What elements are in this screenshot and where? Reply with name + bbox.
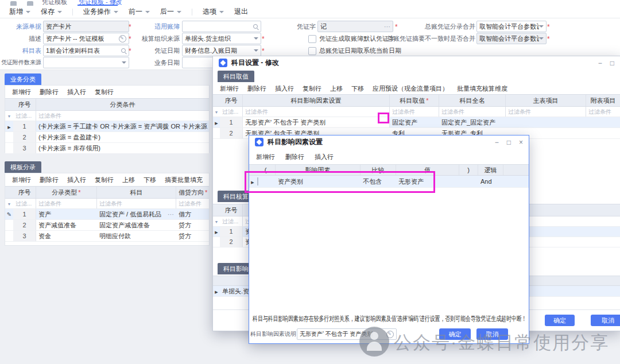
summary-batch-fill-button[interactable]: 摘要批量填充 xyxy=(165,176,203,184)
table-row[interactable]: 1 无形资产' 不包含于 资产类别 固定资产 固定资产_固定资产 xyxy=(213,117,620,128)
default-voucherword-checkbox[interactable] xyxy=(308,35,316,43)
next-button[interactable]: 后一 xyxy=(160,7,181,17)
tab-template-entries[interactable]: 模板分录 xyxy=(5,161,41,173)
col-seq[interactable]: 序号 xyxy=(13,187,36,198)
col-main-item[interactable]: 主表项目 xyxy=(506,95,586,106)
cancel-button[interactable]: 取消 xyxy=(591,315,620,326)
voucher-date-label: 凭证日期 xyxy=(140,45,180,56)
maximize-icon[interactable]: □ xyxy=(610,59,614,67)
exit-button[interactable]: 退出 xyxy=(234,7,248,17)
tab-close-icon[interactable]: × xyxy=(113,0,116,5)
locale-icon[interactable] xyxy=(386,331,394,338)
table-row[interactable]: 3 (卡片来源 = 库存领用) xyxy=(5,143,209,154)
col-condition[interactable]: 分类条件 xyxy=(36,99,209,110)
applicable-book-field[interactable] xyxy=(182,21,261,32)
minimize-icon[interactable]: − xyxy=(495,138,499,146)
delete-row-button[interactable]: 删除行 xyxy=(247,84,266,93)
rparen-cell[interactable] xyxy=(459,176,478,187)
new-button[interactable]: 新增 xyxy=(9,7,30,17)
col-factor-setting[interactable]: 科目影响因素设置 xyxy=(243,95,390,106)
chevron-down-icon xyxy=(254,37,258,40)
factor-description-field[interactable]: 无形资产' 不包含于 资产类别 xyxy=(297,328,397,340)
filter-icon[interactable] xyxy=(213,216,220,226)
description-field[interactable]: 资产卡片 -- 凭证模板 xyxy=(43,33,129,44)
search-icon[interactable] xyxy=(121,48,126,53)
table-row[interactable]: 2 资产减值准备 固定资产减值准备 贷方 xyxy=(5,220,209,231)
add-row-button[interactable]: 新增行 xyxy=(220,84,239,93)
required-mark: * xyxy=(547,21,550,33)
add-row-button[interactable]: 新增行 xyxy=(12,88,31,96)
add-row-button[interactable]: 新增行 xyxy=(256,153,275,161)
factor-description-label: 科目影响因素说明 xyxy=(250,328,296,340)
insert-row-button[interactable]: 插入行 xyxy=(67,88,86,96)
filter-icon[interactable] xyxy=(5,111,13,121)
col-debit-credit[interactable]: 借贷方向* xyxy=(176,187,209,198)
col-logic[interactable]: 逻辑 xyxy=(478,165,503,175)
maximize-icon[interactable]: □ xyxy=(507,138,511,146)
summary-merge-select[interactable]: 取智能会计平台参数设置 xyxy=(476,33,547,44)
col-subject[interactable]: 科目 xyxy=(97,187,176,198)
source-bill-field[interactable]: 资产卡片 xyxy=(43,21,129,32)
copy-row-button[interactable]: 复制行 xyxy=(95,176,114,184)
voucher-word-field[interactable]: 记 xyxy=(317,21,393,32)
move-down-button[interactable]: 下移 xyxy=(144,176,156,184)
col-seq[interactable]: 序号 xyxy=(220,95,243,106)
table-row[interactable]: 1 资产 固定资产 / 低值易耗品 借方 xyxy=(5,209,209,220)
delete-row-button[interactable]: 删除行 xyxy=(40,176,59,184)
delete-row-button[interactable]: 删除行 xyxy=(285,153,304,161)
ok-button[interactable]: 确定 xyxy=(545,315,575,326)
search-icon[interactable] xyxy=(253,24,258,29)
system-date-checkbox[interactable] xyxy=(308,47,316,55)
org-source-select[interactable]: 单据头.货主组织 xyxy=(182,33,261,44)
voucher-date-select[interactable]: 财务信息.入账日期 xyxy=(182,45,261,56)
table-row[interactable]: 1 (卡片来源 = 手工建卡 OR 卡片来源 = 资产调拨 OR 卡片来源 = … xyxy=(5,121,209,132)
tab-business-classification[interactable]: 业务分类 xyxy=(5,73,41,85)
table-row[interactable]: 2 (卡片来源 = 盘盈建卡) xyxy=(5,132,209,143)
subject-table-field[interactable]: 1新会计准则科目表 xyxy=(43,45,129,56)
copy-row-button[interactable]: 复制行 xyxy=(303,84,321,93)
insert-row-button[interactable]: 插入行 xyxy=(275,84,294,93)
annotation-highlight xyxy=(245,171,435,193)
apply-preset-button[interactable]: 应用预设（现金流量项目） xyxy=(373,84,448,93)
batch-fill-dimension-button[interactable]: 批量填充核算维度 xyxy=(457,84,507,93)
move-up-button[interactable]: 上移 xyxy=(330,84,343,93)
save-button[interactable]: 保存 xyxy=(41,7,62,17)
insert-row-button[interactable]: 插入行 xyxy=(315,153,334,161)
cancel-button[interactable]: 取消 xyxy=(476,328,508,340)
close-icon[interactable]: × xyxy=(519,138,523,146)
ok-button[interactable]: 确定 xyxy=(439,328,471,340)
subject-table-label[interactable]: 科目表 xyxy=(3,45,41,56)
col-sub-item[interactable]: 附表项目 xyxy=(586,95,620,106)
gl-entry-merge-select[interactable]: 取智能会计平台参数设置 xyxy=(476,21,547,32)
business-operations-button[interactable]: 业务操作 xyxy=(83,7,118,17)
required-mark: * xyxy=(262,33,265,45)
col-rparen[interactable]: ) xyxy=(459,165,478,175)
previous-button[interactable]: 前一 xyxy=(129,7,150,17)
move-down-button[interactable]: 下移 xyxy=(351,84,364,93)
more-icon[interactable] xyxy=(384,21,390,32)
move-up-button[interactable]: 上移 xyxy=(122,176,135,184)
col-subject-fullname[interactable]: 科目全名 xyxy=(439,95,506,106)
more-icon[interactable] xyxy=(168,209,174,219)
filter-icon[interactable] xyxy=(5,199,13,208)
attachment-source-select[interactable] xyxy=(43,57,129,68)
filter-icon[interactable] xyxy=(213,107,220,117)
locale-icon[interactable] xyxy=(119,35,126,42)
copy-row-button[interactable]: 复制行 xyxy=(95,88,114,96)
minimize-icon[interactable]: − xyxy=(598,59,602,67)
col-subject-value[interactable]: 科目取值* xyxy=(390,95,439,106)
insert-row-button[interactable]: 插入行 xyxy=(67,176,86,184)
chevron-down-icon xyxy=(254,49,258,52)
applicable-book-label[interactable]: 适用账簿 xyxy=(140,21,180,32)
source-bill-label[interactable]: 来源单据 xyxy=(3,21,41,32)
delete-row-button[interactable]: 删除行 xyxy=(40,88,59,96)
tab-subject-value[interactable]: 科目取值 xyxy=(218,71,254,82)
options-button[interactable]: 选项 xyxy=(203,7,224,17)
col-seq[interactable]: 序号 xyxy=(220,204,243,216)
add-row-button[interactable]: 新增行 xyxy=(12,176,31,184)
table-row[interactable]: 3 资金 明细应付款 贷方 xyxy=(5,231,209,242)
col-entry-type[interactable]: 分录类型* xyxy=(36,187,97,198)
summary-merge-label: 总账凭证摘要不一致时是否合并 xyxy=(367,33,475,44)
system-date-checkbox-label[interactable]: 总账凭证日期取系统当前日期 xyxy=(319,45,401,56)
col-seq[interactable]: 序号 xyxy=(13,99,36,110)
